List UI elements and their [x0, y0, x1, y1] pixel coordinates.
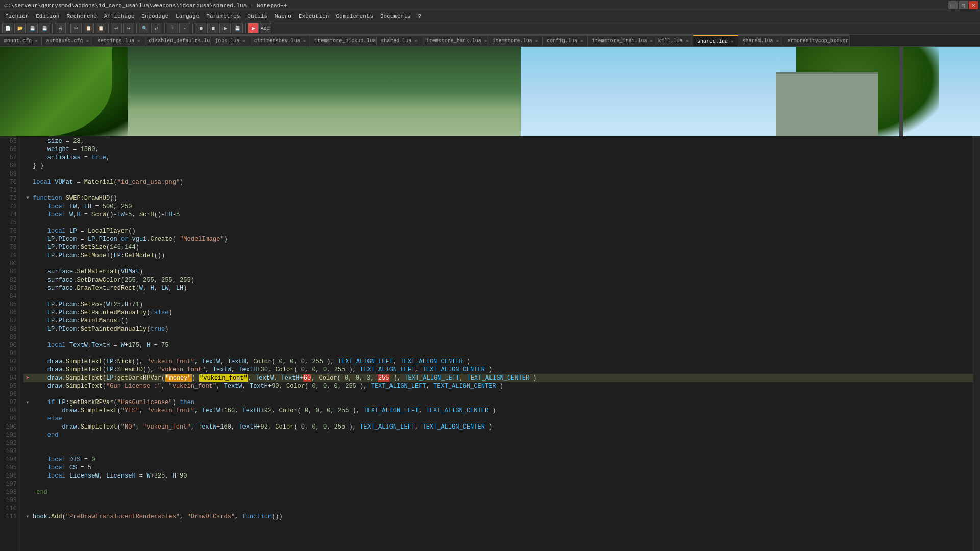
menu-outils[interactable]: Outils	[244, 12, 271, 20]
zoom-in-button[interactable]: +	[167, 23, 178, 33]
code-content-83: surface.DrawTexturedRect(W, H, LW, LH)	[33, 284, 187, 292]
tab-close-mount[interactable]: ✕	[35, 38, 37, 44]
tab-settings-lua[interactable]: settings.lua✕	[93, 35, 144, 46]
menu-recherche[interactable]: Recherche	[63, 12, 100, 20]
menu-affichage[interactable]: Affichage	[101, 12, 137, 20]
tab-config-lua[interactable]: config.lua✕	[543, 35, 587, 46]
code-line-92: draw.SimpleText(LP:Nick(), "vukein_font"…	[23, 358, 973, 366]
menu-macro[interactable]: Macro	[272, 12, 295, 20]
tab-itemstore-pickup[interactable]: itemstore_pickup.lua✕	[310, 35, 377, 46]
tab-kill-lua[interactable]: kill.lua✕	[654, 35, 693, 46]
line-num-77: 77	[0, 235, 17, 243]
macro-save-button[interactable]: 💾	[232, 23, 243, 33]
minimize-button[interactable]: —	[948, 1, 958, 9]
tab-autoexec-cfg[interactable]: autoexec.cfg✕	[42, 35, 93, 46]
menu-edition[interactable]: Edition	[33, 12, 62, 20]
redo-button[interactable]: ↪	[123, 23, 134, 33]
code-content-82: surface.SetDrawColor(255, 255, 255, 255)	[33, 276, 194, 284]
tab-shared3[interactable]: shared.lua✕	[738, 35, 783, 46]
tab-jobs-lua[interactable]: jobs.lua✕	[211, 35, 250, 46]
line-num-110: 110	[0, 505, 17, 513]
code-line-71	[23, 186, 973, 194]
code-line-76: local LP = LocalPlayer()	[23, 227, 973, 235]
tab-label: shared.lua	[381, 38, 411, 44]
minimap[interactable]	[973, 136, 980, 551]
code-content-100: draw.SimpleText("NO", "vukein_font", Tex…	[33, 423, 492, 431]
save-button[interactable]: 💾	[27, 23, 38, 33]
title-bar: C:\serveur\garrysmod\addons\id_card_usa\…	[0, 0, 980, 11]
marker-104	[23, 456, 32, 464]
macro-play-button[interactable]: ▶	[219, 23, 231, 33]
tab-close-autoexec[interactable]: ✕	[86, 38, 88, 44]
code-line-110	[23, 505, 973, 513]
find-button[interactable]: 🔍	[139, 23, 150, 33]
marker-91	[23, 349, 32, 358]
print-button[interactable]: 🖨	[55, 23, 66, 33]
code-content-106: local LicenseW, LicenseH = W+325, H+90	[33, 472, 187, 480]
macro-record-button[interactable]: ⏺	[195, 23, 206, 33]
menu-help[interactable]: ?	[414, 12, 424, 20]
tab-armoreditycop[interactable]: armoreditycop_bodygroup.lua✕	[783, 35, 850, 46]
code-content-93: draw.SimpleText(LP:SteamID(), "vukein_fo…	[33, 366, 492, 374]
copy-button[interactable]: 📋	[83, 23, 94, 33]
tab-disabled-defaults[interactable]: disabled_defaults.lua✕	[144, 35, 211, 46]
menu-parametres[interactable]: Paramètres	[203, 12, 243, 20]
marker-97[interactable]: ▼	[23, 398, 32, 407]
maximize-button[interactable]: □	[959, 1, 968, 9]
menu-encodage[interactable]: Encodage	[138, 12, 172, 20]
menu-fichier[interactable]: Fichier	[2, 12, 32, 20]
marker-72[interactable]: ▼	[23, 194, 32, 203]
code-line-93: draw.SimpleText(LP:SteamID(), "vukein_fo…	[23, 366, 973, 374]
code-line-67: antialias = true,	[23, 154, 973, 162]
code-content-85: LP.PIcon:SetPos(W+25,H+71)	[33, 300, 143, 309]
code-line-89	[23, 333, 973, 341]
menu-langage[interactable]: Langage	[173, 12, 202, 20]
line-num-71: 71	[0, 186, 17, 194]
undo-button[interactable]: ↩	[111, 23, 122, 33]
menu-complements[interactable]: Compléments	[333, 12, 376, 20]
code-area[interactable]: size = 28, weight = 1500, antialias = tr…	[19, 136, 973, 551]
code-content-81: surface.SetMaterial(VUMat)	[33, 268, 143, 276]
line-num-78: 78	[0, 243, 17, 252]
toolbar-sep-5	[164, 23, 165, 33]
line-num-70: 70	[0, 178, 17, 186]
marker-81	[23, 268, 32, 276]
code-content-95: draw.SimpleText("Gun License :", "vukein…	[33, 382, 503, 390]
run-button[interactable]: ▶	[248, 23, 259, 33]
marker-75	[23, 219, 32, 227]
zoom-out-button[interactable]: -	[179, 23, 190, 33]
open-button[interactable]: 📂	[14, 23, 26, 33]
tab-itemstore-item[interactable]: itemstore_item.lua✕	[588, 35, 654, 46]
tab-citizenshev[interactable]: citizenshev.lua✕	[250, 35, 310, 46]
macro-stop-button[interactable]: ⏹	[207, 23, 218, 33]
code-line-79: LP.PIcon:SetModel(LP:GetModel())	[23, 252, 973, 260]
marker-88	[23, 325, 32, 333]
code-line-106: local LicenseW, LicenseH = W+325, H+90	[23, 472, 973, 480]
marker-106	[23, 472, 32, 480]
tab-shared-active[interactable]: shared.lua✕	[693, 35, 738, 46]
replace-button[interactable]: ⇄	[151, 23, 162, 33]
line-num-81: 81	[0, 268, 17, 276]
close-button[interactable]: ✕	[969, 1, 978, 9]
tab-itemstore-bank[interactable]: itemstore_bank.lua✕	[422, 35, 488, 46]
tab-shared1[interactable]: shared.lua✕	[377, 35, 422, 46]
marker-79	[23, 252, 32, 260]
spell-button[interactable]: ABC	[260, 23, 271, 33]
code-line-94: ➤ draw.SimpleText(LP:getDarkRPVar("money…	[23, 374, 973, 382]
marker-111[interactable]: ▼	[23, 513, 32, 521]
paste-button[interactable]: 📋	[95, 23, 106, 33]
code-content-70: local VUMat = Material("id_card_usa.png"…	[33, 178, 183, 186]
toolbar-sep-7	[245, 23, 246, 33]
tab-itemstore[interactable]: itemstore.lua✕	[488, 35, 543, 46]
marker-83	[23, 284, 32, 292]
menu-documents[interactable]: Documents	[377, 12, 413, 20]
new-button[interactable]: 📄	[2, 23, 13, 33]
line-num-87: 87	[0, 317, 17, 325]
code-content-108: -end	[33, 488, 47, 496]
menu-execution[interactable]: Exécution	[296, 12, 332, 20]
cut-button[interactable]: ✂	[70, 23, 82, 33]
menu-bar: Fichier Edition Recherche Affichage Enco…	[0, 11, 980, 21]
code-line-66: weight = 1500,	[23, 145, 973, 154]
save-all-button[interactable]: 💾	[39, 23, 50, 33]
tab-mount-cfg[interactable]: mount.cfg✕	[0, 35, 42, 46]
